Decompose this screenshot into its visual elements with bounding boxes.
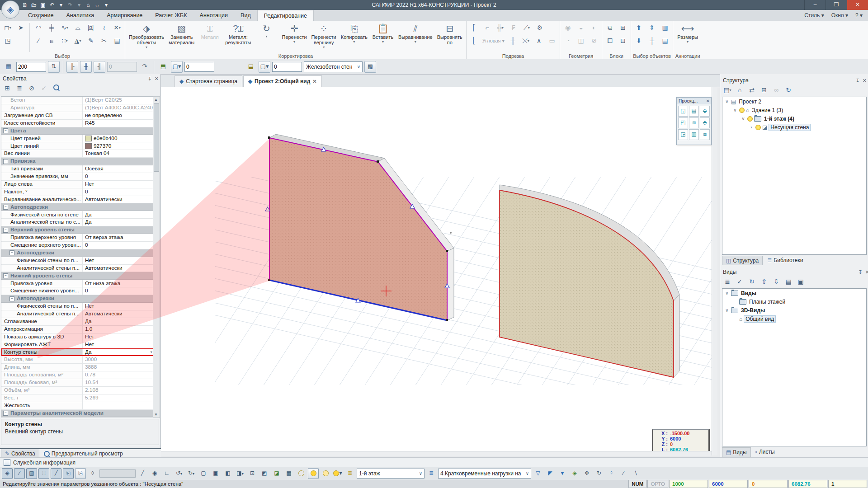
close-icon[interactable]: ✕ (312, 79, 316, 84)
block-create-icon[interactable]: ⧉ (604, 22, 616, 34)
proj-axon-button[interactable]: ⧈ (689, 117, 699, 128)
wall-right[interactable] (500, 185, 679, 377)
property-value[interactable]: Осевая (83, 165, 154, 173)
close-icon[interactable]: ✕ (155, 74, 159, 83)
tree-item-Несущая стена[interactable]: ›◪Несущая стена (722, 123, 866, 131)
block-add-icon[interactable]: ⊞ (617, 22, 629, 34)
ucs-rotate-right-button[interactable]: ↻▾ (186, 468, 197, 479)
property-row-Аналитической стены п...[interactable]: Аналитической стены п...Автоматически (1, 265, 154, 272)
material-combo[interactable]: Железобетон стен∨ (304, 61, 363, 72)
metal-button[interactable]: ꞮМеталл (197, 22, 222, 50)
property-value[interactable]: не определено (83, 112, 154, 119)
trim-angular-button[interactable]: Угловая ▾ (481, 35, 505, 46)
tab-Виды[interactable]: ▤Виды (722, 447, 751, 457)
apply-view-icon[interactable]: ✓ (734, 277, 745, 287)
move-button[interactable]: ✛Перенести▾ (280, 22, 308, 50)
property-value[interactable]: 1.0 (83, 326, 154, 333)
property-value[interactable] (83, 402, 154, 409)
new-folder-icon[interactable]: ▤ (783, 277, 794, 287)
filter-load-button[interactable]: ▽ (533, 468, 543, 479)
attach-left-icon[interactable]: ╟ (66, 61, 78, 73)
scissors-icon[interactable]: ✂ (98, 35, 110, 47)
array-icon[interactable]: ∷▾ (59, 35, 71, 47)
service-info-band[interactable]: Служебная информация (0, 457, 868, 468)
bulb-menu-button[interactable]: ▾ (332, 468, 343, 479)
corner-menu-?[interactable]: ? ▾ (853, 10, 865, 20)
wall-left-selected[interactable] (265, 134, 454, 321)
alignment-button[interactable]: ⫽Выравнивание▾ (396, 22, 434, 50)
property-row-Аналитической стены по с...[interactable]: Аналитической стены по с...Да (1, 219, 154, 226)
bulb-on-button[interactable] (308, 468, 319, 479)
property-row-Привязка уровня[interactable]: Привязка уровняОт низа этажа (1, 280, 154, 287)
circle-center-button[interactable]: ◉ (149, 468, 160, 479)
property-value[interactable]: (1)Верт С20/25 (83, 97, 154, 104)
app-logo-icon[interactable]: ◈ (1, 0, 19, 19)
orbit-button[interactable]: ↻ (594, 468, 604, 479)
bool-subtract-icon[interactable]: ◒ (575, 22, 587, 34)
property-value[interactable]: 10.54 (83, 379, 154, 386)
expander-icon[interactable]: › (749, 125, 754, 130)
ribbon-tab-Вид[interactable]: Вид (234, 10, 257, 21)
property-row-Физической стены по п...[interactable]: Физической стены по п...Нет (1, 257, 154, 265)
property-row-Объём, м³[interactable]: Объём, м³2.108 (1, 387, 154, 394)
attach-axis-icon[interactable]: ╫ (80, 61, 92, 73)
snap-points-button[interactable]: ∷ (38, 468, 49, 479)
view-settings-icon[interactable]: ≣ (722, 277, 733, 287)
property-row-Класс огнестойкости[interactable]: Класс огнестойкостиR45 (1, 120, 154, 127)
property-value[interactable]: 2.108 (83, 387, 154, 394)
select-cursor-icon[interactable]: ➤ (15, 22, 27, 34)
ribbon-tab-Армирование[interactable]: Армирование (100, 10, 149, 21)
collapse-icon[interactable]: − (3, 273, 8, 278)
property-value[interactable]: 0 (83, 188, 154, 196)
pan-button[interactable]: ✥ (581, 468, 592, 479)
corner-menu-Окно[interactable]: Окно ▾ (829, 10, 851, 20)
polyline-icon[interactable]: ∿▾ (59, 22, 71, 34)
property-row-Тип привязки[interactable]: Тип привязкиОсевая (1, 165, 154, 173)
view-box-button[interactable]: ⊡ (247, 468, 258, 479)
tree-item-Общий вид[interactable]: ⌂Общий вид (722, 314, 866, 323)
property-row-Загружение для СВ[interactable]: Загружение для СВне определено (1, 112, 154, 120)
collapse-icon[interactable]: − (3, 205, 8, 210)
property-row-Арматура[interactable]: Арматура(1)Верт А400С.А400С.А240С (1, 104, 154, 112)
search-icon[interactable] (51, 83, 61, 94)
proj-bottom-button[interactable]: ▥ (689, 129, 699, 140)
property-row-Выравнивание аналитическо...[interactable]: Выравнивание аналитическо...Автоматическ… (1, 196, 154, 204)
trim-slab-icon[interactable]: ▭ (546, 35, 558, 47)
property-row-Показать арматуру в 3D[interactable]: Показать арматуру в 3DНет (1, 333, 154, 341)
restore-button[interactable]: ❐ (826, 0, 847, 10)
close-button[interactable]: ✕ (847, 0, 868, 10)
trim-wall-down-icon[interactable]: ⎣ (468, 35, 480, 47)
property-row-Физической стены по п...[interactable]: Физической стены по п...Нет (1, 303, 154, 310)
expander-icon[interactable]: ∨ (724, 308, 730, 313)
visibility-bulb-icon[interactable] (747, 116, 753, 122)
layers-button[interactable]: ≣ (344, 468, 355, 479)
select-down-icon[interactable]: ⬇ (633, 35, 645, 47)
proj-3d-button[interactable]: ⬘ (700, 117, 710, 128)
pin-icon[interactable]: ↧ (148, 74, 152, 83)
filter-view-icon[interactable]: ⊘ (26, 83, 37, 94)
select-cross-icon[interactable]: ┼ (646, 35, 658, 47)
property-value[interactable]: От верха этажа (83, 234, 154, 241)
property-value[interactable]: Да (83, 318, 154, 325)
select-box-icon[interactable]: ◻▾ (2, 22, 14, 34)
trim-line2-icon[interactable]: ⟋▾ (521, 22, 533, 34)
property-value[interactable]: 0 (83, 287, 154, 295)
property-value[interactable]: e0e0b400 (83, 135, 154, 142)
scroll-down-icon[interactable]: ▼ (153, 412, 159, 418)
bool-circle-icon[interactable]: ◔ (562, 35, 574, 47)
perpendicular-button[interactable]: ∟ (161, 468, 172, 479)
property-value[interactable]: Нет (83, 181, 154, 188)
property-row-Сглаживание[interactable]: СглаживаниеДа (1, 318, 154, 326)
property-value[interactable]: Нет (83, 341, 154, 348)
bottom-level-icon-icon[interactable]: ⬓ (245, 61, 257, 73)
property-value[interactable]: 0 (83, 242, 154, 249)
refresh-icon[interactable]: ↻ (783, 85, 794, 96)
property-row-Формировать АЖТ[interactable]: Формировать АЖТНет (1, 341, 154, 349)
proj-persp-button[interactable]: ⧇ (700, 129, 710, 140)
rect-in-rect-icon[interactable]: 回 (85, 22, 97, 34)
find-icon[interactable]: ∞ (771, 85, 782, 96)
property-value[interactable]: Нет (83, 257, 154, 264)
ribbon-tab-Аналитика[interactable]: Аналитика (60, 10, 100, 21)
property-row-Вес, т[interactable]: Вес, т5.269 (1, 394, 154, 402)
convert-objects-button[interactable]: ⬗Преобразовать объекты▾ (127, 22, 166, 50)
